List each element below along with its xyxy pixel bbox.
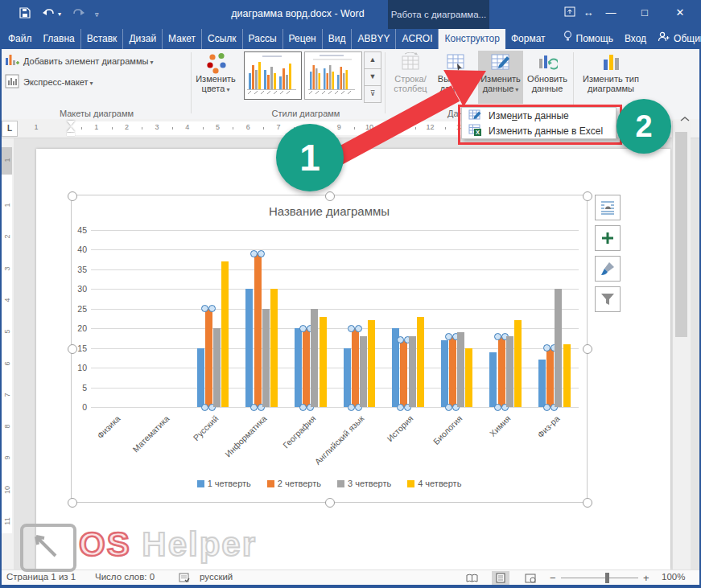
bar-3 четверть-Английский язык[interactable] — [360, 336, 367, 407]
tab-file[interactable]: Файл — [0, 29, 38, 49]
tab-constructor[interactable]: Конструктор — [439, 29, 505, 49]
legend-item-1 четверть[interactable]: 1 четверть — [197, 479, 251, 488]
legend-item-4 четверть[interactable]: 4 четверть — [407, 479, 461, 488]
collapse-ribbon-icon[interactable] — [680, 111, 695, 122]
bar-4 четверть-Биология[interactable] — [465, 348, 472, 407]
bar-3 четверть-Химия[interactable] — [506, 336, 513, 407]
bar-3 четверть-Информатика[interactable] — [262, 309, 270, 407]
bar-3 четверть-История[interactable] — [409, 336, 416, 407]
chart-resize-handle[interactable] — [583, 191, 592, 201]
bar-1 четверть-Биология[interactable] — [441, 340, 448, 407]
word-count[interactable]: Число слов: 0 — [95, 572, 155, 582]
vertical-ruler[interactable]: 1 1234567891011 — [0, 138, 14, 569]
series-selection-handle[interactable] — [494, 404, 501, 411]
tab-Формат[interactable]: Формат — [505, 29, 551, 49]
chart-style-thumbnail-2[interactable] — [304, 51, 362, 100]
series-selection-handle[interactable] — [397, 404, 404, 411]
ribbon-display-options-icon[interactable] — [561, 6, 579, 19]
bar-4 четверть-Русский[interactable] — [221, 261, 229, 407]
bar-4 четверть-Химия[interactable] — [514, 320, 522, 407]
zoom-slider-thumb[interactable] — [605, 573, 609, 583]
series-selection-handle[interactable] — [250, 250, 258, 257]
chart-filters-button[interactable] — [595, 286, 621, 312]
page-indicator[interactable]: Страница 1 из 1 — [6, 572, 76, 582]
bar-1 четверть-Информатика[interactable] — [245, 289, 253, 407]
chart-styles-button[interactable] — [595, 256, 621, 282]
change-chart-type-button[interactable]: Изменить тип диаграммы — [576, 51, 645, 104]
series-selection-handle[interactable] — [445, 404, 452, 411]
series-selection-handle[interactable] — [445, 333, 452, 340]
proofing-icon[interactable] — [179, 573, 190, 585]
left-indent-marker[interactable] — [67, 133, 75, 136]
bar-2 четверть-Химия[interactable] — [498, 336, 505, 407]
chart-elements-button[interactable] — [595, 225, 621, 251]
series-selection-handle[interactable] — [543, 344, 550, 352]
chart-resize-handle[interactable] — [68, 498, 77, 508]
series-selection-handle[interactable] — [348, 325, 355, 332]
tab-Рассы[interactable]: Рассы — [243, 29, 283, 49]
bar-4 четверть-География[interactable] — [320, 317, 327, 407]
bar-4 четверть-Информатика[interactable] — [270, 289, 278, 407]
bar-2 четверть-Физ-ра[interactable] — [546, 348, 554, 407]
maximize-icon[interactable]: □ — [636, 6, 654, 19]
bar-2 четверть-Русский[interactable] — [205, 309, 212, 407]
customize-quick-access-icon[interactable]: ▿ — [95, 7, 99, 22]
series-selection-handle[interactable] — [494, 333, 501, 340]
bar-1 четверть-Физ-ра[interactable] — [538, 360, 546, 407]
layout-options-button[interactable] — [595, 195, 621, 220]
tab-help[interactable]: Помощь — [558, 29, 619, 49]
bar-4 четверть-История[interactable] — [417, 317, 424, 407]
resize-icon[interactable]: ↔ — [579, 6, 597, 19]
vertical-scrollbar[interactable] — [672, 121, 691, 569]
scrollbar-thumb[interactable] — [675, 132, 687, 337]
tab-Главна[interactable]: Главна — [38, 29, 81, 49]
chart-resize-handle[interactable] — [68, 191, 77, 201]
series-selection-handle[interactable] — [299, 404, 307, 411]
series-selection-handle[interactable] — [250, 404, 258, 411]
series-selection-handle[interactable] — [208, 305, 216, 312]
tab-Вставк[interactable]: Вставк — [81, 29, 124, 49]
tab-share[interactable]: Общий доступ — [652, 29, 701, 49]
tab-Дизай[interactable]: Дизай — [123, 29, 163, 49]
tab-ABBYY[interactable]: ABBYY — [352, 29, 396, 49]
tab-ACROI[interactable]: ACROI — [396, 29, 439, 49]
minimize-icon[interactable]: — — [602, 6, 620, 19]
bar-2 четверть-География[interactable] — [303, 328, 310, 407]
edit-data-button[interactable]: Изменить данные — [478, 51, 523, 104]
chart-object[interactable]: Название диаграммы 051015202530354045Физ… — [71, 195, 588, 503]
bar-1 четверть-Русский[interactable] — [197, 348, 204, 407]
tab-Рецен[interactable]: Рецен — [283, 29, 323, 49]
language-indicator[interactable]: русский — [200, 572, 233, 582]
tab-Ссылк[interactable]: Ссылк — [202, 29, 243, 49]
series-selection-handle[interactable] — [543, 404, 550, 411]
bar-2 четверть-Биология[interactable] — [449, 336, 456, 407]
series-selection-handle[interactable] — [348, 404, 355, 411]
read-mode-button[interactable] — [463, 571, 480, 585]
save-icon[interactable] — [19, 7, 31, 23]
series-selection-handle[interactable] — [355, 325, 362, 332]
chart-style-thumbnail-1[interactable] — [244, 51, 302, 100]
close-icon[interactable]: ✕ — [671, 6, 689, 19]
tab-stop-selector[interactable]: L — [2, 121, 18, 137]
tab-Вид[interactable]: Вид — [323, 29, 353, 49]
chart-resize-handle[interactable] — [583, 498, 592, 508]
series-selection-handle[interactable] — [299, 325, 307, 332]
chart-legend[interactable]: 1 четверть2 четверть3 четверть4 четверть — [72, 479, 587, 488]
bar-1 четверть-Химия[interactable] — [489, 352, 497, 407]
bar-2 четверть-Информатика[interactable] — [254, 253, 262, 407]
bar-3 четверть-География[interactable] — [311, 309, 318, 407]
chart-plot-area[interactable]: 051015202530354045ФизикаМатематикаРусски… — [91, 230, 579, 407]
bar-2 четверть-Английский язык[interactable] — [352, 328, 359, 407]
zoom-level[interactable]: 100% — [662, 572, 685, 582]
bar-2 четверть-История[interactable] — [400, 340, 407, 407]
chart-resize-handle[interactable] — [325, 191, 335, 201]
tab-signin[interactable]: Вход — [619, 29, 652, 49]
bar-3 четверть-Физ-ра[interactable] — [555, 289, 562, 407]
zoom-out-button[interactable]: − — [550, 572, 556, 584]
undo-icon[interactable] — [42, 7, 56, 22]
change-colors-button[interactable]: Изменить цвета — [193, 51, 238, 104]
add-chart-element-button[interactable]: Добавить элемент диаграммы — [5, 52, 153, 70]
gallery-scroll-down-icon[interactable]: ▼ — [364, 68, 381, 86]
bar-3 четверть-Биология[interactable] — [457, 332, 464, 407]
quick-layout-button[interactable]: Экспресс-макет — [5, 73, 93, 91]
